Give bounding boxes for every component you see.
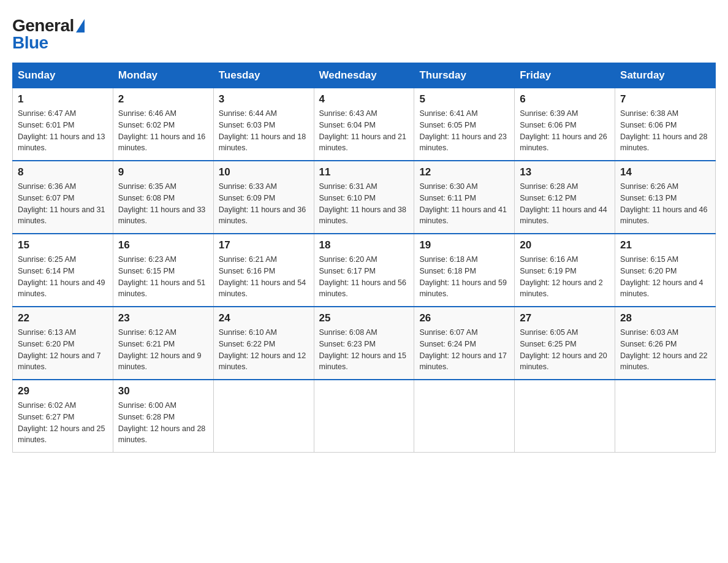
day-info: Sunrise: 6:28 AMSunset: 6:12 PMDaylight:… xyxy=(520,181,610,227)
day-info: Sunrise: 6:33 AMSunset: 6:09 PMDaylight:… xyxy=(219,181,309,227)
daylight-text: Daylight: 12 hours and 28 minutes. xyxy=(118,424,205,445)
daylight-text: Daylight: 12 hours and 7 minutes. xyxy=(18,351,101,372)
day-info: Sunrise: 6:02 AMSunset: 6:27 PMDaylight:… xyxy=(18,400,108,446)
day-number: 13 xyxy=(520,166,610,178)
day-info: Sunrise: 6:18 AMSunset: 6:18 PMDaylight:… xyxy=(419,254,509,300)
day-number: 15 xyxy=(18,239,108,251)
calendar-week-row: 1Sunrise: 6:47 AMSunset: 6:01 PMDaylight… xyxy=(13,88,716,161)
calendar-cell: 23Sunrise: 6:12 AMSunset: 6:21 PMDayligh… xyxy=(113,307,213,380)
daylight-text: Daylight: 11 hours and 44 minutes. xyxy=(520,205,607,226)
day-info: Sunrise: 6:10 AMSunset: 6:22 PMDaylight:… xyxy=(219,327,309,373)
daylight-text: Daylight: 11 hours and 16 minutes. xyxy=(118,132,205,153)
day-info: Sunrise: 6:25 AMSunset: 6:14 PMDaylight:… xyxy=(18,254,108,300)
day-info: Sunrise: 6:44 AMSunset: 6:03 PMDaylight:… xyxy=(219,108,309,154)
page-header: General Blue xyxy=(12,12,716,52)
calendar-cell xyxy=(515,380,615,453)
day-number: 23 xyxy=(118,312,208,324)
sunset-text: Sunset: 6:21 PM xyxy=(118,340,175,348)
sunrise-text: Sunrise: 6:25 AM xyxy=(18,255,76,264)
calendar-cell: 30Sunrise: 6:00 AMSunset: 6:28 PMDayligh… xyxy=(113,380,213,453)
weekday-header-monday: Monday xyxy=(113,63,213,88)
day-number: 26 xyxy=(419,312,509,324)
sunrise-text: Sunrise: 6:47 AM xyxy=(18,109,76,118)
sunset-text: Sunset: 6:05 PM xyxy=(419,121,476,129)
sunrise-text: Sunrise: 6:05 AM xyxy=(520,328,578,337)
calendar-cell: 18Sunrise: 6:20 AMSunset: 6:17 PMDayligh… xyxy=(314,234,414,307)
sunrise-text: Sunrise: 6:03 AM xyxy=(620,328,678,337)
day-info: Sunrise: 6:12 AMSunset: 6:21 PMDaylight:… xyxy=(118,327,208,373)
calendar-week-row: 22Sunrise: 6:13 AMSunset: 6:20 PMDayligh… xyxy=(13,307,716,380)
day-number: 24 xyxy=(219,312,309,324)
sunrise-text: Sunrise: 6:31 AM xyxy=(319,182,377,191)
calendar-cell: 7Sunrise: 6:38 AMSunset: 6:06 PMDaylight… xyxy=(615,88,716,161)
calendar-cell: 26Sunrise: 6:07 AMSunset: 6:24 PMDayligh… xyxy=(414,307,515,380)
daylight-text: Daylight: 11 hours and 38 minutes. xyxy=(319,205,406,226)
sunrise-text: Sunrise: 6:36 AM xyxy=(18,182,76,191)
sunset-text: Sunset: 6:08 PM xyxy=(118,194,175,202)
day-number: 21 xyxy=(620,239,710,251)
sunset-text: Sunset: 6:18 PM xyxy=(419,267,476,275)
daylight-text: Daylight: 12 hours and 2 minutes. xyxy=(520,278,603,299)
day-info: Sunrise: 6:16 AMSunset: 6:19 PMDaylight:… xyxy=(520,254,610,300)
day-info: Sunrise: 6:46 AMSunset: 6:02 PMDaylight:… xyxy=(118,108,208,154)
calendar-cell: 1Sunrise: 6:47 AMSunset: 6:01 PMDaylight… xyxy=(13,88,113,161)
day-info: Sunrise: 6:26 AMSunset: 6:13 PMDaylight:… xyxy=(620,181,710,227)
sunset-text: Sunset: 6:25 PM xyxy=(520,340,576,348)
day-info: Sunrise: 6:05 AMSunset: 6:25 PMDaylight:… xyxy=(520,327,610,373)
daylight-text: Daylight: 12 hours and 17 minutes. xyxy=(419,351,506,372)
daylight-text: Daylight: 11 hours and 51 minutes. xyxy=(118,278,205,299)
calendar-cell: 29Sunrise: 6:02 AMSunset: 6:27 PMDayligh… xyxy=(13,380,113,453)
calendar-cell xyxy=(213,380,314,453)
day-number: 11 xyxy=(319,166,409,178)
day-number: 5 xyxy=(419,93,509,105)
day-number: 9 xyxy=(118,166,208,178)
day-number: 7 xyxy=(620,93,710,105)
calendar-week-row: 8Sunrise: 6:36 AMSunset: 6:07 PMDaylight… xyxy=(13,161,716,234)
calendar-cell: 4Sunrise: 6:43 AMSunset: 6:04 PMDaylight… xyxy=(314,88,414,161)
daylight-text: Daylight: 12 hours and 12 minutes. xyxy=(219,351,306,372)
daylight-text: Daylight: 11 hours and 31 minutes. xyxy=(18,205,105,226)
day-info: Sunrise: 6:43 AMSunset: 6:04 PMDaylight:… xyxy=(319,108,409,154)
sunrise-text: Sunrise: 6:39 AM xyxy=(520,109,578,118)
sunset-text: Sunset: 6:20 PM xyxy=(620,267,677,275)
daylight-text: Daylight: 11 hours and 36 minutes. xyxy=(219,205,306,226)
day-number: 27 xyxy=(520,312,610,324)
calendar-cell: 12Sunrise: 6:30 AMSunset: 6:11 PMDayligh… xyxy=(414,161,515,234)
day-info: Sunrise: 6:38 AMSunset: 6:06 PMDaylight:… xyxy=(620,108,710,154)
sunset-text: Sunset: 6:10 PM xyxy=(319,194,376,202)
day-info: Sunrise: 6:41 AMSunset: 6:05 PMDaylight:… xyxy=(419,108,509,154)
sunset-text: Sunset: 6:27 PM xyxy=(18,413,74,421)
calendar-cell: 11Sunrise: 6:31 AMSunset: 6:10 PMDayligh… xyxy=(314,161,414,234)
daylight-text: Daylight: 11 hours and 59 minutes. xyxy=(419,278,506,299)
day-info: Sunrise: 6:23 AMSunset: 6:15 PMDaylight:… xyxy=(118,254,208,300)
day-info: Sunrise: 6:13 AMSunset: 6:20 PMDaylight:… xyxy=(18,327,108,373)
calendar-cell: 19Sunrise: 6:18 AMSunset: 6:18 PMDayligh… xyxy=(414,234,515,307)
calendar-cell: 3Sunrise: 6:44 AMSunset: 6:03 PMDaylight… xyxy=(213,88,314,161)
sunset-text: Sunset: 6:16 PM xyxy=(219,267,275,275)
calendar-cell: 21Sunrise: 6:15 AMSunset: 6:20 PMDayligh… xyxy=(615,234,716,307)
day-number: 17 xyxy=(219,239,309,251)
calendar-week-row: 15Sunrise: 6:25 AMSunset: 6:14 PMDayligh… xyxy=(13,234,716,307)
sunset-text: Sunset: 6:09 PM xyxy=(219,194,275,202)
sunset-text: Sunset: 6:11 PM xyxy=(419,194,476,202)
calendar-cell: 28Sunrise: 6:03 AMSunset: 6:26 PMDayligh… xyxy=(615,307,716,380)
day-number: 12 xyxy=(419,166,509,178)
day-info: Sunrise: 6:30 AMSunset: 6:11 PMDaylight:… xyxy=(419,181,509,227)
day-number: 19 xyxy=(419,239,509,251)
sunrise-text: Sunrise: 6:43 AM xyxy=(319,109,377,118)
day-number: 30 xyxy=(118,385,208,397)
calendar-cell: 9Sunrise: 6:35 AMSunset: 6:08 PMDaylight… xyxy=(113,161,213,234)
calendar-cell xyxy=(414,380,515,453)
calendar-cell: 8Sunrise: 6:36 AMSunset: 6:07 PMDaylight… xyxy=(13,161,113,234)
sunset-text: Sunset: 6:12 PM xyxy=(520,194,576,202)
sunset-text: Sunset: 6:06 PM xyxy=(520,121,576,129)
sunrise-text: Sunrise: 6:46 AM xyxy=(118,109,176,118)
calendar-cell: 24Sunrise: 6:10 AMSunset: 6:22 PMDayligh… xyxy=(213,307,314,380)
sunrise-text: Sunrise: 6:15 AM xyxy=(620,255,678,264)
weekday-header-thursday: Thursday xyxy=(414,63,515,88)
calendar-week-row: 29Sunrise: 6:02 AMSunset: 6:27 PMDayligh… xyxy=(13,380,716,453)
sunrise-text: Sunrise: 6:12 AM xyxy=(118,328,176,337)
day-number: 25 xyxy=(319,312,409,324)
day-number: 6 xyxy=(520,93,610,105)
sunrise-text: Sunrise: 6:38 AM xyxy=(620,109,678,118)
